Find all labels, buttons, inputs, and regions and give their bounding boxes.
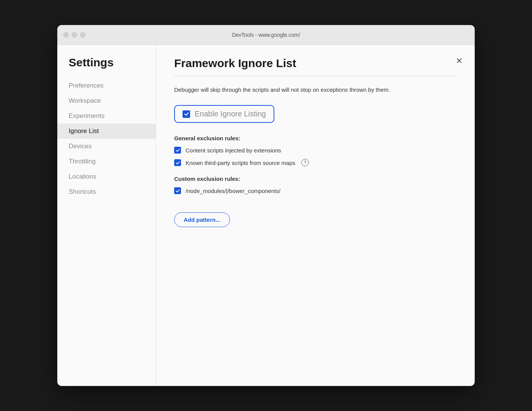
checkmark-icon (176, 189, 180, 193)
fullscreen-traffic-light[interactable] (80, 32, 85, 38)
enable-ignore-listing-label: Enable Ignore Listing (195, 110, 266, 118)
add-pattern-button[interactable]: Add pattern... (174, 212, 230, 227)
sidebar: Settings Preferences Workspace Experimen… (57, 45, 156, 386)
rule-item-third-party-scripts: Known third-party scripts from source ma… (174, 159, 456, 166)
third-party-scripts-checkbox[interactable] (174, 159, 181, 166)
third-party-scripts-label: Known third-party scripts from source ma… (186, 160, 295, 166)
page-title: Framework Ignore List (174, 57, 456, 70)
checkmark-icon (176, 148, 180, 152)
node-modules-label: /node_modules/|/bower_components/ (186, 188, 280, 194)
close-traffic-light[interactable] (63, 32, 69, 38)
title-divider (174, 76, 456, 76)
title-bar: DevTools - www.google.com/ (57, 25, 475, 45)
sidebar-item-shortcuts[interactable]: Shortcuts (57, 184, 156, 199)
enable-ignore-listing-toggle[interactable]: Enable Ignore Listing (174, 105, 274, 123)
window-title: DevTools - www.google.com/ (232, 32, 300, 38)
enable-ignore-listing-checkbox (183, 110, 190, 118)
node-modules-checkbox[interactable] (174, 187, 181, 194)
content-scripts-checkbox[interactable] (174, 147, 181, 154)
sidebar-heading: Settings (57, 56, 156, 78)
help-icon[interactable]: ? (301, 159, 309, 166)
custom-exclusion-rules-section: Custom exclusion rules: /node_modules/|/… (174, 176, 456, 194)
sidebar-item-devices[interactable]: Devices (57, 139, 156, 154)
custom-exclusion-rules-heading: Custom exclusion rules: (174, 176, 456, 182)
window-body: Settings Preferences Workspace Experimen… (57, 45, 475, 386)
sidebar-item-throttling[interactable]: Throttling (57, 154, 156, 169)
close-button[interactable]: ✕ (454, 55, 464, 67)
checkmark-icon (184, 111, 189, 116)
content-scripts-label: Content scripts injected by extensions (186, 147, 281, 154)
checkmark-icon (176, 161, 180, 165)
sidebar-item-experiments[interactable]: Experiments (57, 108, 156, 124)
traffic-lights (63, 32, 85, 38)
rule-item-node-modules: /node_modules/|/bower_components/ (174, 187, 456, 194)
general-exclusion-rules-section: General exclusion rules: Content scripts… (174, 135, 456, 166)
sidebar-item-workspace[interactable]: Workspace (57, 93, 156, 108)
devtools-window: DevTools - www.google.com/ Settings Pref… (57, 25, 475, 386)
sidebar-item-preferences[interactable]: Preferences (57, 78, 156, 93)
page-description: Debugger will skip through the scripts a… (174, 85, 417, 94)
rule-item-content-scripts: Content scripts injected by extensions (174, 147, 456, 154)
sidebar-item-ignore-list[interactable]: Ignore List (57, 124, 156, 139)
general-exclusion-rules-heading: General exclusion rules: (174, 135, 456, 141)
sidebar-item-locations[interactable]: Locations (57, 169, 156, 184)
minimize-traffic-light[interactable] (72, 32, 77, 38)
main-content: ✕ Framework Ignore List Debugger will sk… (156, 45, 475, 386)
